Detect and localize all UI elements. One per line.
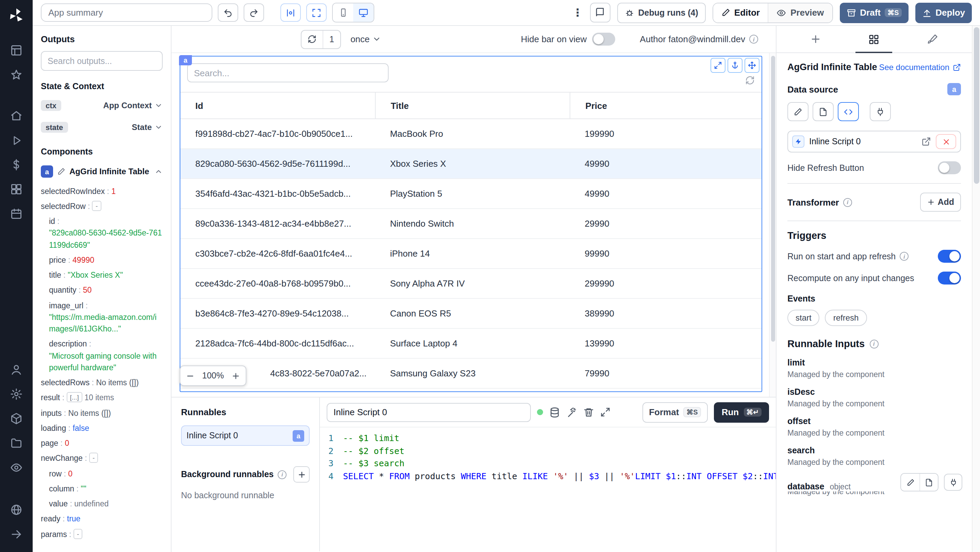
event-chip-refresh[interactable]: refresh	[825, 310, 867, 326]
draft-button[interactable]: Draft ⌘S	[840, 2, 908, 23]
settings-gear-icon[interactable]	[5, 383, 28, 405]
info-icon[interactable]: i	[869, 339, 878, 348]
run-on-start-toggle[interactable]	[938, 250, 961, 263]
template-input-button[interactable]	[813, 102, 834, 121]
app-summary-input[interactable]	[41, 3, 212, 22]
format-button[interactable]: Format ⌘S	[642, 402, 708, 422]
expand-component-button[interactable]	[711, 58, 725, 73]
external-link-icon[interactable]	[921, 137, 931, 146]
anchor-component-button[interactable]	[727, 58, 743, 73]
table-row[interactable]: ccee43dc-27e0-40a8-b768-b09579b0...Sony …	[180, 269, 762, 299]
table-row[interactable]: b3e864c8-7fe3-4270-89e9-54c12038...Canon…	[180, 299, 762, 329]
mobile-view-button[interactable]	[333, 3, 353, 22]
schedules-calendar-icon[interactable]	[5, 203, 28, 224]
ctx-row[interactable]: ctx App Context	[41, 97, 163, 115]
output-node-price[interactable]: price : 49990	[41, 253, 163, 268]
static-input-button[interactable]	[788, 102, 808, 121]
desktop-view-button[interactable]	[353, 3, 374, 22]
tab-preview[interactable]: Preview	[768, 3, 832, 22]
expand-editor-icon[interactable]	[600, 407, 611, 417]
folders-icon[interactable]	[5, 432, 28, 454]
column-header-title[interactable]: Title	[375, 92, 570, 118]
windmill-logo[interactable]	[8, 7, 25, 24]
grid-refresh-button[interactable]	[745, 76, 755, 85]
output-node-newChange[interactable]: newChange : -	[41, 451, 163, 466]
output-node-row[interactable]: row : 0	[41, 466, 163, 482]
hide-bar-toggle[interactable]	[592, 33, 615, 46]
move-component-button[interactable]	[745, 58, 759, 73]
audit-eye-icon[interactable]	[5, 457, 28, 479]
fullscreen-button[interactable]	[306, 3, 327, 22]
output-node-quantity[interactable]: quantity : 50	[41, 283, 163, 299]
hide-refresh-toggle[interactable]	[938, 161, 961, 174]
schedule-select[interactable]: once	[350, 34, 381, 44]
database-edit-button[interactable]	[901, 474, 920, 491]
refresh-all-button[interactable]	[301, 30, 323, 48]
output-node-column[interactable]: column : ""	[41, 482, 163, 497]
see-documentation-link[interactable]: See documentation	[879, 62, 961, 72]
window-scrollbar[interactable]	[972, 26, 980, 552]
output-node-title[interactable]: title : "Xbox Series X"	[41, 268, 163, 283]
ai-assistant-icon[interactable]	[566, 407, 577, 418]
table-row[interactable]: 89c0a336-1343-4812-ac34-e4bb8e27...Ninte…	[180, 209, 762, 239]
table-row[interactable]: c303bce7-cb2e-42c6-8fdf-6aa01fc4e4...iPh…	[180, 239, 762, 269]
tab-insert-component[interactable]	[786, 26, 845, 52]
detach-script-button[interactable]	[936, 134, 956, 149]
globe-icon[interactable]	[5, 499, 28, 521]
favorites-star-icon[interactable]	[5, 64, 28, 86]
output-node-loading[interactable]: loading : false	[41, 421, 163, 436]
outputs-search-input[interactable]	[41, 51, 163, 71]
output-node-result[interactable]: result : [...] 10 items	[41, 391, 163, 406]
database-icon[interactable]	[549, 407, 560, 418]
panel-layout-button[interactable]	[280, 3, 301, 22]
tab-editor[interactable]: Editor	[713, 3, 768, 22]
tab-component-settings[interactable]	[845, 26, 903, 52]
output-node-selectedRow[interactable]: selectedRow : -	[41, 199, 163, 215]
docs-button[interactable]	[590, 3, 610, 22]
runs-play-icon[interactable]	[5, 129, 28, 151]
collapse-arrow-icon[interactable]	[5, 523, 28, 545]
add-transformer-button[interactable]: Add	[920, 192, 961, 212]
output-node-page[interactable]: page : 0	[41, 436, 163, 451]
user-icon[interactable]	[5, 359, 28, 380]
output-node-image_url[interactable]: image_url : "https://m.media-amazon.com/…	[41, 298, 163, 337]
refresh-count[interactable]: 1	[323, 30, 340, 48]
connect-input-button[interactable]	[870, 102, 891, 121]
info-icon[interactable]: i	[749, 35, 758, 44]
workers-package-icon[interactable]	[5, 408, 28, 430]
deploy-button[interactable]: Deploy	[915, 2, 972, 23]
column-header-price[interactable]: Price	[570, 92, 762, 118]
database-connect-button[interactable]	[944, 474, 962, 491]
debug-runs-button[interactable]: Debug runs (4)	[617, 2, 705, 23]
grid-search-input[interactable]	[187, 63, 388, 82]
add-background-runnable-button[interactable]	[293, 466, 310, 483]
output-node-ready[interactable]: ready : true	[41, 512, 163, 527]
more-menu-icon[interactable]: ⋮	[572, 6, 583, 19]
state-row[interactable]: state State	[41, 118, 163, 136]
info-icon[interactable]: i	[278, 470, 286, 479]
recompute-toggle[interactable]	[938, 272, 961, 285]
table-row[interactable]: f991898d-cb27-4ac7-b10c-0b9050ce1...MacB…	[180, 119, 762, 149]
output-node-value[interactable]: value : undefined	[41, 496, 163, 512]
event-chip-start[interactable]: start	[788, 310, 820, 326]
column-header-id[interactable]: Id	[180, 92, 375, 118]
eval-input-button[interactable]	[838, 102, 859, 121]
resources-blocks-icon[interactable]	[5, 178, 28, 200]
apps-icon[interactable]	[5, 40, 28, 61]
table-row[interactable]: 2128adca-7fc6-44bd-800c-dc115df6ac...Sur…	[180, 329, 762, 359]
tab-styling[interactable]	[903, 26, 962, 52]
variables-dollar-icon[interactable]	[5, 154, 28, 176]
attached-script-row[interactable]: Inline Script 0	[788, 131, 961, 153]
run-button[interactable]: Run ⌘↵	[714, 402, 769, 422]
runnable-item[interactable]: Inline Script 0a	[181, 425, 310, 446]
info-icon[interactable]: i	[900, 252, 908, 261]
zoom-out-button[interactable]	[180, 366, 199, 385]
table-row[interactable]: 354f6afd-43ac-4321-b1bc-0b5e5adcb...Play…	[180, 179, 762, 209]
redo-button[interactable]	[243, 3, 264, 22]
component-tree-item[interactable]: a AgGrid Infinite Table	[41, 162, 163, 181]
canvas-scrollbar[interactable]	[769, 53, 776, 397]
aggrid-component[interactable]: a IdTitlePrice f991898d-cb27-4ac7-b10c-0…	[180, 56, 762, 392]
home-icon[interactable]	[5, 105, 28, 127]
output-node-inputs[interactable]: inputs : No items ([])	[41, 406, 163, 421]
output-node-params[interactable]: params : -	[41, 527, 163, 542]
